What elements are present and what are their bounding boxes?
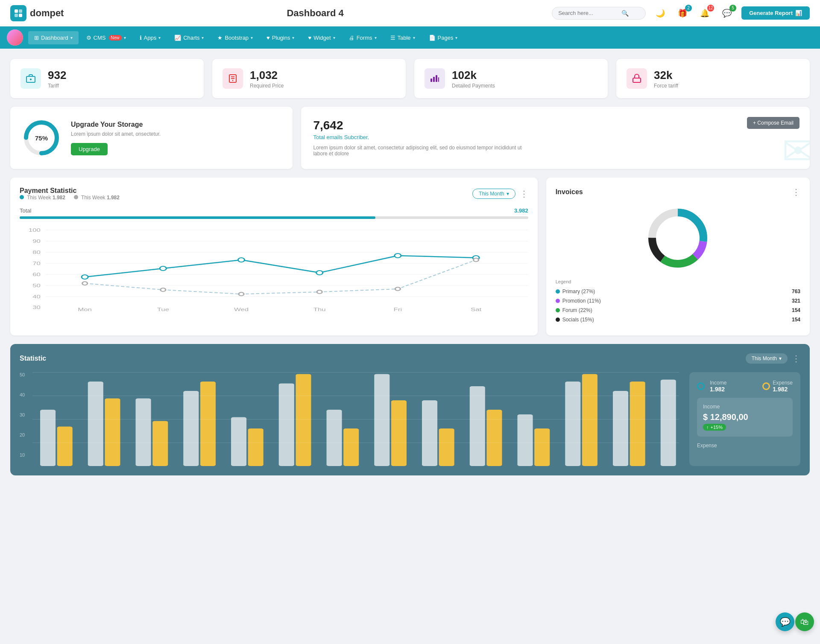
payment-more-button[interactable]: ⋮	[520, 189, 528, 199]
grid-line-40	[32, 396, 679, 396]
expense-legend-label: Expense	[773, 380, 793, 386]
forms-icon: 🖨	[349, 35, 354, 41]
svg-rect-57	[57, 427, 73, 466]
logo: dompet	[10, 5, 79, 21]
grid-line-30	[32, 419, 679, 420]
svg-rect-70	[374, 374, 390, 466]
search-bar[interactable]: 🔍	[552, 7, 646, 20]
line-chart-svg: 100 90 80 70 60 50 40 30 Mon Tue Wed Thu…	[20, 226, 528, 311]
gift-btn[interactable]: 🎁 2	[675, 6, 690, 21]
expense-legend-circle	[762, 382, 770, 390]
nav-label-apps: Apps	[144, 35, 157, 41]
statistic-filter-button[interactable]: This Month ▾	[746, 353, 788, 364]
payment-progress-fill	[20, 216, 375, 219]
payment-progress-bar	[20, 216, 528, 219]
svg-rect-74	[470, 386, 485, 466]
invoices-more-button[interactable]: ⋮	[792, 187, 800, 197]
dashboard-icon: ⊞	[34, 35, 39, 41]
required-price-label: Required Price	[250, 83, 284, 89]
legend-header: Legend	[556, 279, 800, 284]
statistic-more-button[interactable]: ⋮	[792, 353, 800, 364]
promotion-dot	[556, 299, 560, 303]
nav-item-apps[interactable]: ℹ Apps ▾	[134, 31, 167, 44]
cms-arrow: ▾	[124, 35, 126, 40]
nav-item-cms[interactable]: ⚙ CMS New ▾	[80, 31, 132, 44]
nav-item-widget[interactable]: ♥ Widget ▾	[302, 31, 341, 44]
gift-badge: 2	[685, 5, 692, 12]
svg-rect-78	[565, 382, 580, 466]
plugins-arrow: ▾	[292, 35, 294, 40]
nav-item-plugins[interactable]: ♥ Plugins ▾	[261, 31, 300, 44]
svg-rect-81	[630, 382, 645, 466]
compose-email-button[interactable]: + Compose Email	[747, 117, 800, 129]
total-label: Total	[20, 207, 31, 214]
force-tariff-info: 32k Force tariff	[654, 69, 678, 89]
statistic-title: Statistic	[20, 355, 46, 362]
cms-icon: ⚙	[86, 35, 91, 41]
svg-text:Tue: Tue	[157, 307, 169, 312]
generate-report-button[interactable]: Generate Report 📊	[741, 6, 810, 20]
email-desc: Lorem ipsum dolor sit amet, consectetur …	[313, 145, 527, 157]
force-tariff-label: Force tariff	[654, 83, 678, 89]
statistic-content: 50 40 30 20 10	[20, 372, 800, 466]
svg-rect-69	[343, 428, 359, 466]
y-20: 20	[20, 432, 32, 437]
bell-btn[interactable]: 🔔 12	[697, 6, 712, 21]
tariff-label: Tariff	[48, 83, 66, 89]
svg-rect-79	[582, 374, 597, 466]
nav-item-forms[interactable]: 🖨 Forms ▾	[343, 31, 383, 44]
svg-rect-56	[40, 410, 56, 466]
search-input[interactable]	[558, 10, 618, 16]
svg-text:40: 40	[32, 294, 41, 299]
svg-rect-3	[19, 14, 22, 17]
invoices-card: Invoices ⋮	[546, 178, 810, 335]
detailed-payments-label: Detailed Payments	[452, 83, 495, 89]
this-month-filter-button[interactable]: This Month ▾	[472, 189, 515, 199]
stat-card-required-price: 1,032 Required Price	[212, 59, 406, 98]
invoices-donut-wrap	[556, 204, 800, 272]
required-price-icon	[223, 68, 243, 89]
grid-line-20	[32, 443, 679, 443]
bootstrap-icon: ★	[217, 35, 223, 41]
legend-left-primary: Primary (27%)	[556, 288, 595, 294]
nav-item-bootstrap[interactable]: ★ Bootstrap ▾	[211, 31, 259, 44]
bar-chart-with-axis: 50 40 30 20 10	[20, 372, 679, 466]
upgrade-button[interactable]: Upgrade	[71, 143, 108, 155]
nav-label-bootstrap: Bootstrap	[225, 35, 249, 41]
legend-dot-2	[74, 195, 78, 199]
expense-legend-info: Expense 1.982	[762, 380, 793, 393]
chat-btn-top[interactable]: 💬 5	[719, 6, 735, 21]
svg-rect-13	[436, 75, 437, 82]
svg-rect-76	[518, 414, 533, 466]
socials-val: 154	[792, 317, 800, 323]
nav-label-forms: Forms	[357, 35, 372, 41]
svg-text:80: 80	[32, 250, 41, 255]
income-badge-arrow: ↑	[706, 425, 709, 430]
svg-point-45	[82, 282, 88, 285]
nav-item-dashboard[interactable]: ⊞ Dashboard ▾	[28, 31, 79, 44]
svg-point-43	[395, 254, 401, 258]
income-card-title: Income	[703, 404, 787, 410]
email-count: 7,642	[313, 119, 798, 132]
income-badge: ↑ +15%	[703, 424, 726, 431]
nav-item-charts[interactable]: 📈 Charts ▾	[168, 31, 210, 44]
legend-item-1: This Week 1.982	[20, 195, 65, 201]
storage-donut: 75%	[22, 119, 61, 157]
svg-rect-12	[433, 77, 435, 82]
expense-legend-val: 1.982	[773, 386, 793, 393]
legend-left-promotion: Promotion (11%)	[556, 298, 601, 304]
plugins-icon: ♥	[266, 35, 270, 41]
expense-label-text: Expense	[697, 443, 793, 449]
svg-rect-82	[661, 380, 676, 466]
nav-item-table[interactable]: ☰ Table ▾	[384, 31, 421, 44]
socials-dot	[556, 318, 560, 322]
email-card: + Compose Email 7,642 Total emails Subcr…	[301, 107, 810, 169]
y-10: 10	[20, 452, 32, 458]
nav-item-pages[interactable]: 📄 Pages ▾	[423, 31, 464, 44]
bell-badge: 12	[707, 5, 714, 12]
svg-text:Sat: Sat	[471, 307, 481, 312]
tariff-icon	[20, 68, 41, 89]
dark-mode-btn[interactable]: 🌙	[653, 6, 668, 21]
topbar-icons: 🌙 🎁 2 🔔 12 💬 5 Generate Report 📊	[653, 6, 810, 21]
svg-point-39	[82, 275, 88, 279]
